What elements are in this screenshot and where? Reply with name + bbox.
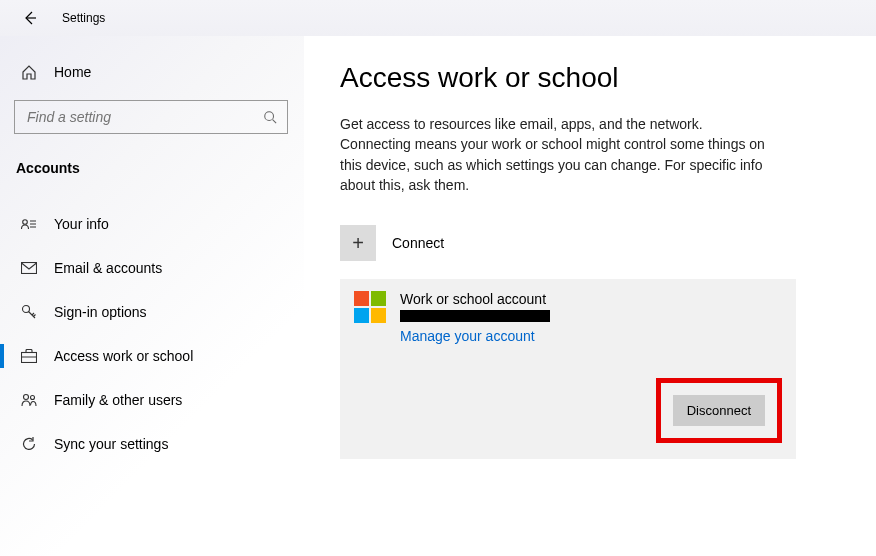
home-label: Home: [54, 64, 91, 80]
home-nav-item[interactable]: Home: [0, 54, 304, 90]
manage-account-link[interactable]: Manage your account: [400, 328, 550, 344]
nav-item-access-work-school[interactable]: Access work or school: [0, 334, 304, 378]
sync-icon: [18, 436, 40, 452]
nav-item-family-users[interactable]: Family & other users: [0, 378, 304, 422]
account-email-redacted: [400, 310, 550, 322]
sidebar: Home Accounts Your info Email & account: [0, 36, 304, 556]
window-title: Settings: [62, 11, 105, 25]
connect-button[interactable]: + Connect: [340, 221, 796, 265]
account-header: Work or school account Manage your accou…: [354, 291, 782, 344]
svg-point-1: [23, 220, 28, 225]
window-header: Settings: [0, 0, 876, 36]
nav-item-label: Your info: [54, 216, 109, 232]
nav-item-label: Sync your settings: [54, 436, 168, 452]
highlight-annotation: Disconnect: [656, 378, 782, 443]
category-title: Accounts: [0, 134, 304, 186]
body-area: Home Accounts Your info Email & account: [0, 36, 876, 556]
nav-item-label: Access work or school: [54, 348, 193, 364]
nav-item-sync-settings[interactable]: Sync your settings: [0, 422, 304, 466]
disconnect-area: Disconnect: [354, 378, 782, 443]
account-card[interactable]: Work or school account Manage your accou…: [340, 279, 796, 459]
nav-item-label: Email & accounts: [54, 260, 162, 276]
nav-item-label: Sign-in options: [54, 304, 147, 320]
svg-point-3: [23, 306, 30, 313]
svg-point-5: [24, 395, 29, 400]
svg-point-0: [265, 112, 274, 121]
arrow-left-icon: [22, 10, 38, 26]
nav-item-your-info[interactable]: Your info: [0, 202, 304, 246]
disconnect-button[interactable]: Disconnect: [673, 395, 765, 426]
home-icon: [18, 64, 40, 80]
page-description: Get access to resources like email, apps…: [340, 114, 770, 195]
svg-point-6: [31, 396, 35, 400]
search-box[interactable]: [14, 100, 288, 134]
main-panel: Access work or school Get access to reso…: [304, 36, 876, 556]
nav-item-signin-options[interactable]: Sign-in options: [0, 290, 304, 334]
mail-icon: [18, 262, 40, 274]
microsoft-logo-icon: [354, 291, 386, 323]
briefcase-icon: [18, 349, 40, 363]
connect-label: Connect: [392, 235, 444, 251]
people-icon: [18, 393, 40, 407]
nav-item-label: Family & other users: [54, 392, 182, 408]
back-button[interactable]: [16, 4, 44, 32]
plus-icon: +: [340, 225, 376, 261]
key-icon: [18, 304, 40, 320]
nav-item-email-accounts[interactable]: Email & accounts: [0, 246, 304, 290]
nav-list: Your info Email & accounts Sign-in optio…: [0, 186, 304, 466]
page-title: Access work or school: [340, 62, 796, 94]
person-card-icon: [18, 217, 40, 231]
account-texts: Work or school account Manage your accou…: [400, 291, 550, 344]
search-input[interactable]: [27, 109, 263, 125]
search-icon: [263, 110, 277, 124]
account-title: Work or school account: [400, 291, 550, 307]
